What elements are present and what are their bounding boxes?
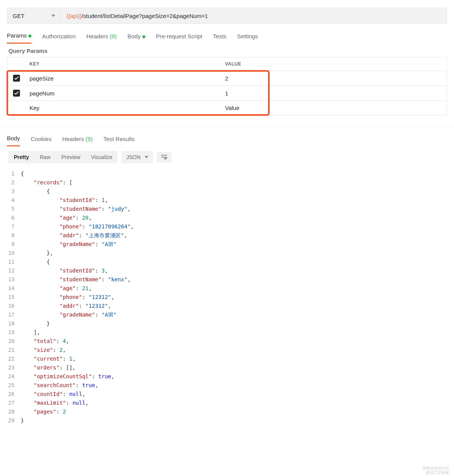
tab-body[interactable]: Body xyxy=(127,30,145,43)
url-path: /student/listDetailPage?pageSize=2&pageN… xyxy=(82,13,208,19)
view-preview[interactable]: Preview xyxy=(56,151,86,163)
response-tab-cookies[interactable]: Cookies xyxy=(31,133,51,146)
view-visualize[interactable]: Visualize xyxy=(86,151,118,163)
tab-prerequest[interactable]: Pre-request Script xyxy=(156,30,202,43)
tab-settings[interactable]: Settings xyxy=(237,30,258,43)
column-key: KEY xyxy=(26,57,221,71)
tab-authorization[interactable]: Authorization xyxy=(42,30,76,43)
tab-tests[interactable]: Tests xyxy=(213,30,227,43)
url-variable: {{api}} xyxy=(66,13,82,19)
format-select[interactable]: JSON xyxy=(122,151,153,163)
wrap-lines-button[interactable] xyxy=(157,152,171,162)
response-tab-tests[interactable]: Test Results xyxy=(104,133,135,146)
tab-headers[interactable]: Headers (9) xyxy=(86,30,117,43)
status-dot-icon xyxy=(142,35,145,38)
param-row: pageNum 1 xyxy=(7,86,447,101)
http-method-label: GET xyxy=(13,13,51,19)
view-raw[interactable]: Raw xyxy=(35,151,56,163)
checkbox[interactable] xyxy=(13,90,20,97)
section-query-params: Query Params xyxy=(0,44,454,57)
view-pretty[interactable]: Pretty xyxy=(8,151,35,163)
view-mode-group: Pretty Raw Preview Visualize xyxy=(8,151,118,163)
column-value: VALUE xyxy=(221,57,447,71)
param-key[interactable]: pageNum xyxy=(26,86,221,100)
response-body[interactable]: 1{2 "records": [3 {4 "studentId": 1,5 "s… xyxy=(0,168,454,429)
response-tab-headers[interactable]: Headers (5) xyxy=(62,133,92,146)
param-value[interactable]: 2 xyxy=(221,71,447,85)
checkbox[interactable] xyxy=(13,75,20,82)
param-value[interactable]: 1 xyxy=(221,86,447,100)
param-key[interactable]: pageSize xyxy=(26,71,221,85)
url-input[interactable]: {{api}}/student/listDetailPage?pageSize=… xyxy=(61,8,447,23)
param-value-placeholder[interactable]: Value xyxy=(221,101,447,115)
param-row: pageSize 2 xyxy=(7,71,447,86)
params-table: KEY VALUE pageSize 2 pageNum 1 Key Value xyxy=(7,57,447,115)
chevron-down-icon xyxy=(51,15,55,17)
param-row-new: Key Value xyxy=(7,101,447,115)
chevron-down-icon xyxy=(145,156,148,158)
response-tab-body[interactable]: Body xyxy=(7,132,20,146)
tab-params[interactable]: Params xyxy=(7,29,31,44)
http-method-select[interactable]: GET xyxy=(7,8,61,23)
param-key-placeholder[interactable]: Key xyxy=(26,101,221,115)
status-dot-icon xyxy=(28,34,31,38)
